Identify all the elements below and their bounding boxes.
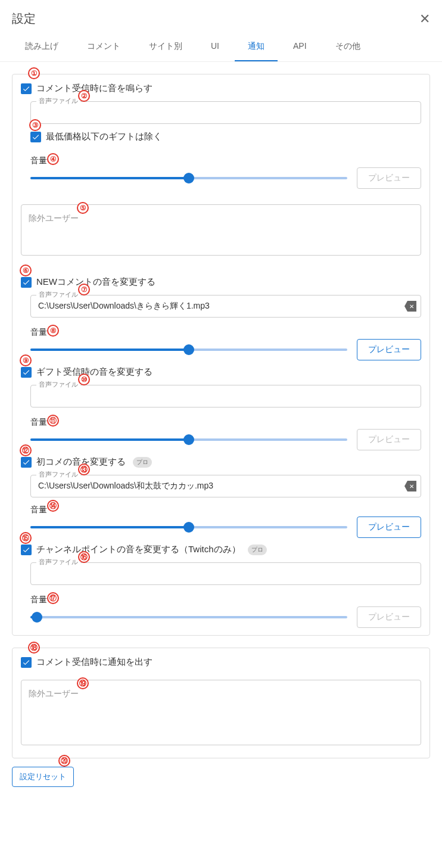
panel-desktop-notify: ⑱ コメント受信時に通知を出す ⑲ [12, 648, 430, 758]
field-label-audio-file-4: 音声ファイル [36, 470, 80, 479]
annotation-18: ⑱ [28, 642, 40, 654]
label-channel-point-sound: チャンネルポイントの音を変更する（Twitchのみ） [36, 544, 241, 555]
checkbox-new-comment-sound[interactable] [21, 277, 32, 288]
field-label-audio-file-1: 音声ファイル [36, 97, 80, 105]
annotation-15: ⑮ [20, 532, 32, 544]
tabs: 読み上げ コメント サイト別 UI 通知 API その他 [0, 34, 442, 62]
input-audio-file-5[interactable] [30, 562, 421, 585]
tab-other[interactable]: その他 [322, 34, 373, 61]
input-audio-file-2[interactable] [30, 295, 421, 318]
field-label-audio-file-2: 音声ファイル [36, 290, 80, 299]
checkbox-gift-sound[interactable] [21, 367, 32, 378]
label-volume-1: 音量 [30, 155, 421, 166]
tab-readout[interactable]: 読み上げ [12, 34, 71, 61]
label-volume-4: 音量 [30, 505, 421, 515]
label-volume-2: 音量 [30, 327, 421, 338]
preview-button-5[interactable]: プレビュー [357, 606, 421, 628]
preview-button-3[interactable]: プレビュー [357, 429, 421, 450]
pro-badge-1: プロ [133, 457, 152, 468]
reset-settings-button[interactable]: 設定リセット [12, 767, 74, 787]
field-label-audio-file-3: 音声ファイル [36, 380, 80, 389]
checkbox-notify-on-comment[interactable] [21, 657, 32, 668]
textarea-exclude-users-1[interactable] [21, 204, 421, 256]
panel-sound-notify: ① コメント受信時に音を鳴らす ② 音声ファイル ③ 最低価格以下のギフトは除く… [12, 74, 430, 636]
annotation-1: ① [28, 67, 40, 79]
preview-button-4[interactable]: プレビュー [357, 517, 421, 538]
slider-volume-1[interactable] [30, 171, 347, 185]
input-audio-file-4[interactable] [30, 475, 421, 497]
preview-button-2[interactable]: プレビュー [357, 339, 421, 360]
label-notify-on-comment: コメント受信時に通知を出す [36, 657, 152, 668]
label-new-comment-sound: NEWコメントの音を変更する [36, 276, 155, 288]
label-first-comment-sound: 初コメの音を変更する [36, 456, 126, 468]
checkbox-sound-on-comment[interactable] [21, 83, 32, 94]
pro-badge-2: プロ [248, 545, 267, 555]
input-audio-file-1[interactable] [30, 101, 421, 124]
close-icon[interactable]: ✕ [419, 13, 430, 26]
tab-comment[interactable]: コメント [74, 34, 133, 61]
page-title: 設定 [12, 11, 36, 27]
tab-site[interactable]: サイト別 [136, 34, 195, 61]
slider-volume-5[interactable] [30, 610, 347, 624]
slider-volume-4[interactable] [30, 520, 347, 534]
label-volume-3: 音量 [30, 417, 421, 428]
slider-volume-3[interactable] [30, 433, 347, 447]
label-exclude-low-gift: 最低価格以下のギフトは除く [46, 131, 162, 142]
textarea-exclude-users-2[interactable] [21, 680, 421, 745]
checkbox-exclude-low-gift[interactable] [30, 132, 41, 142]
label-gift-sound: ギフト受信時の音を変更する [36, 366, 152, 378]
tab-api[interactable]: API [280, 34, 320, 61]
tab-ui[interactable]: UI [198, 34, 232, 61]
annotation-12: ⑫ [20, 444, 32, 456]
preview-button-1[interactable]: プレビュー [357, 167, 421, 189]
checkbox-channel-point-sound[interactable] [21, 545, 32, 555]
label-sound-on-comment: コメント受信時に音を鳴らす [36, 83, 152, 94]
checkbox-first-comment-sound[interactable] [21, 457, 32, 468]
annotation-9: ⑨ [20, 354, 32, 366]
label-volume-5: 音量 [30, 595, 421, 605]
slider-volume-2[interactable] [30, 343, 347, 357]
field-label-audio-file-5: 音声ファイル [36, 558, 80, 567]
input-audio-file-3[interactable] [30, 385, 421, 407]
tab-notification[interactable]: 通知 [235, 34, 278, 61]
